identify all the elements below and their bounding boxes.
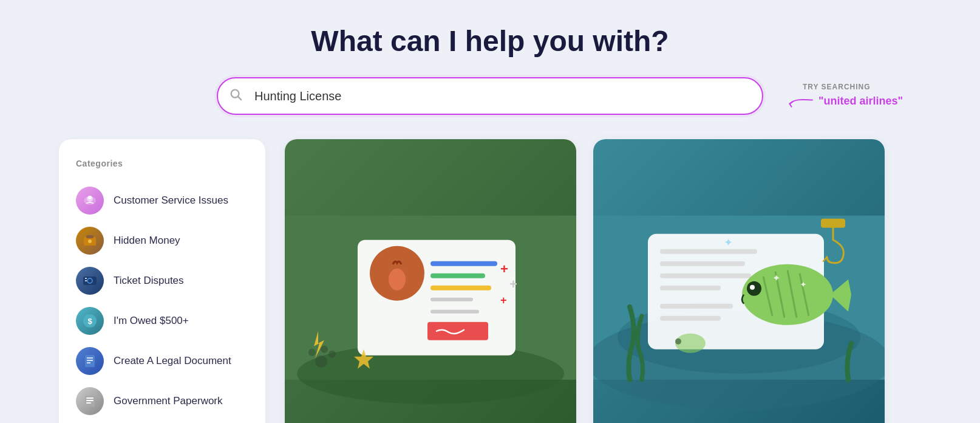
sidebar-item-ticket-disputes[interactable]: Ticket Disputes [76, 261, 248, 301]
categories-heading: Categories [76, 159, 248, 168]
svg-point-32 [328, 351, 336, 358]
sidebar-label-customer-service: Customer Service Issues [114, 194, 228, 207]
svg-point-70 [675, 339, 681, 345]
svg-rect-53 [660, 273, 751, 278]
svg-rect-51 [660, 249, 757, 254]
card-image-fishing: ✦ ✦ ✦ [593, 139, 885, 423]
try-searching-example: "united airlines" [818, 95, 903, 108]
arrow-icon [786, 92, 815, 109]
sidebar-label-legal-document: Create A Legal Document [114, 355, 231, 367]
svg-text:+: + [500, 261, 508, 277]
svg-text:+: + [509, 277, 517, 292]
sidebar-label-ticket-disputes: Ticket Disputes [114, 275, 184, 287]
svg-point-8 [88, 239, 92, 243]
sidebar-item-customer-service[interactable]: Customer Service Issues [76, 181, 248, 221]
svg-text:+: + [500, 294, 507, 306]
svg-line-1 [238, 97, 241, 100]
svg-text:✦: ✦ [724, 236, 733, 249]
sidebar-label-gov-paperwork: Government Paperwork [114, 395, 223, 407]
svg-rect-37 [430, 261, 497, 266]
category-icon-gov-paperwork [76, 387, 104, 415]
category-icon-customer-service [76, 187, 104, 215]
card-hunting-license[interactable]: + + + Get an official hunting license to… [285, 139, 576, 423]
svg-text:$: $ [87, 317, 92, 326]
sidebar-item-hidden-money[interactable]: Hidden Money [76, 221, 248, 261]
svg-rect-68 [821, 219, 845, 228]
sidebar-label-owed-money: I'm Owed $500+ [114, 315, 189, 327]
sidebar-label-hidden-money: Hidden Money [114, 235, 180, 247]
svg-rect-15 [85, 355, 95, 367]
svg-rect-55 [660, 304, 733, 309]
sidebar-item-gov-paperwork[interactable]: Government Paperwork [76, 381, 248, 421]
svg-rect-40 [430, 298, 473, 301]
svg-point-30 [308, 349, 316, 356]
try-searching-hint: TRY SEARCHING "united airlines" [786, 83, 903, 109]
sidebar-item-owed-money[interactable]: $ I'm Owed $500+ [76, 301, 248, 341]
svg-point-31 [321, 346, 328, 353]
svg-rect-38 [430, 273, 485, 278]
hunting-illustration: + + + [285, 139, 576, 423]
category-icon-ticket-disputes [76, 267, 104, 295]
svg-rect-52 [660, 261, 745, 266]
search-icon [229, 88, 242, 105]
category-icon-hidden-money [76, 227, 104, 255]
category-icon-owed-money: $ [76, 307, 104, 335]
card-image-hunting: + + + [285, 139, 576, 423]
svg-rect-20 [86, 397, 94, 399]
svg-point-64 [750, 285, 755, 290]
search-input[interactable] [217, 77, 763, 115]
sidebar-item-legal-document[interactable]: Create A Legal Document [76, 341, 248, 381]
cards-container: + + + Get an official hunting license to… [285, 139, 921, 423]
svg-point-36 [389, 269, 406, 291]
svg-rect-56 [660, 316, 721, 321]
card-fishing-license[interactable]: ✦ ✦ ✦ Get your offic [593, 139, 885, 423]
svg-rect-7 [86, 235, 94, 238]
svg-text:✦: ✦ [800, 280, 807, 289]
svg-point-5 [88, 196, 92, 199]
svg-rect-41 [430, 310, 479, 314]
category-icon-legal-document [76, 347, 104, 375]
fishing-illustration: ✦ ✦ ✦ [593, 139, 885, 423]
svg-rect-22 [86, 402, 91, 404]
try-searching-label: TRY SEARCHING [803, 83, 871, 91]
try-searching-arrow-row: "united airlines" [786, 92, 903, 109]
content-row: Categories Customer Service Issues [35, 139, 945, 423]
svg-rect-39 [430, 286, 491, 291]
search-container [217, 77, 763, 115]
sidebar: Categories Customer Service Issues [59, 139, 265, 423]
svg-rect-21 [86, 400, 94, 401]
svg-point-29 [315, 356, 327, 368]
search-row: TRY SEARCHING "united airlines" [217, 77, 763, 115]
page-title: What can I help you with? [311, 24, 669, 58]
svg-rect-54 [660, 286, 721, 291]
svg-text:✦: ✦ [772, 273, 780, 283]
